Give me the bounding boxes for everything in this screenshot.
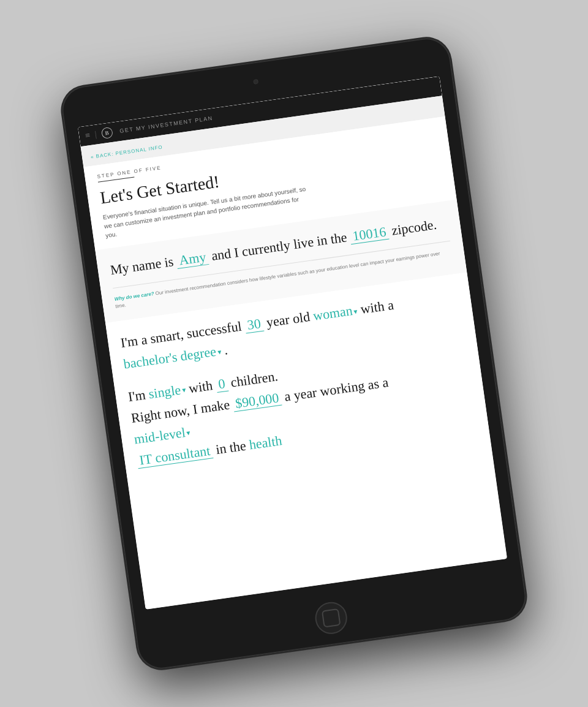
why-care-label: Why do we care? — [114, 291, 154, 302]
status-dropdown-icon[interactable]: ▾ — [181, 385, 186, 395]
zipcode-input[interactable]: 10016 — [349, 224, 390, 245]
gender-select[interactable]: woman — [312, 303, 353, 323]
income-suffix: a year working as a — [284, 374, 390, 404]
tablet-body: ≡ | B GET MY INVESTMENT PLAN « BACK: PER… — [59, 35, 529, 672]
level-select[interactable]: mid-level — [133, 425, 186, 447]
topbar-divider: | — [94, 129, 97, 139]
industry-select[interactable]: health — [248, 433, 283, 452]
zipcode-suffix: zipcode. — [391, 217, 438, 238]
children-suffix: children. — [230, 368, 279, 390]
logo-letter: B — [105, 130, 109, 137]
job-input[interactable]: IT consultant — [136, 442, 214, 469]
gender-suffix: with a — [360, 297, 394, 317]
app-container: ≡ | B GET MY INVESTMENT PLAN « BACK: PER… — [78, 77, 507, 610]
degree-dropdown-icon[interactable]: ▾ — [217, 347, 222, 357]
children-input[interactable]: 0 — [215, 375, 228, 392]
job-middle: in the — [215, 438, 247, 458]
logo-icon: B — [100, 127, 113, 139]
status-select[interactable]: single — [148, 382, 182, 401]
camera-icon — [253, 79, 258, 85]
name-input[interactable]: Amy — [176, 249, 209, 269]
degree-end: . — [223, 342, 228, 358]
home-button-inner — [322, 608, 341, 628]
home-button[interactable] — [313, 600, 349, 636]
income-input[interactable]: $90,000 — [232, 389, 282, 412]
tablet-device: ≡ | B GET MY INVESTMENT PLAN « BACK: PER… — [59, 35, 529, 672]
gender-dropdown-icon[interactable]: ▾ — [353, 307, 358, 316]
status-middle: with — [187, 377, 213, 396]
age-input[interactable]: 30 — [244, 316, 264, 334]
tablet-screen: ≡ | B GET MY INVESTMENT PLAN « BACK: PER… — [78, 77, 507, 610]
age-suffix: year old — [265, 309, 311, 330]
name-prefix: My name is — [109, 254, 174, 278]
level-dropdown-icon[interactable]: ▾ — [186, 428, 191, 437]
menu-icon[interactable]: ≡ — [85, 130, 91, 141]
line3-prefix: I'm — [127, 387, 146, 404]
